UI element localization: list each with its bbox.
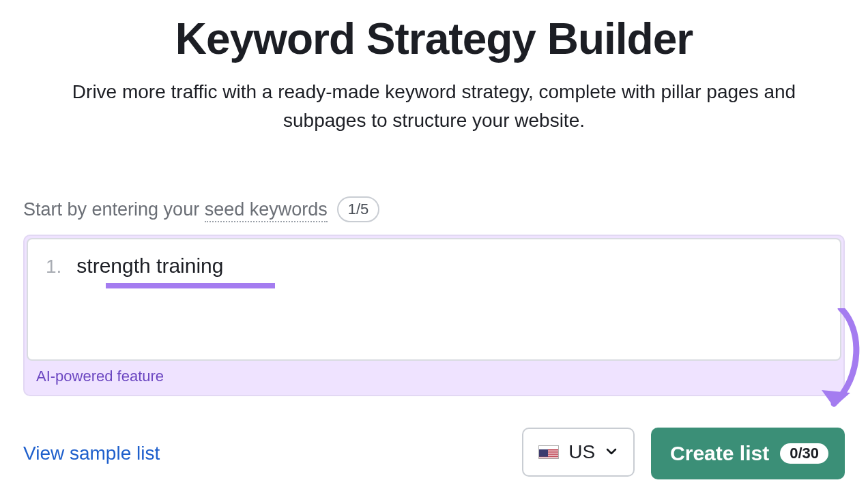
page-subtitle: Drive more traffic with a ready-made key… (23, 78, 845, 135)
country-code: US (568, 441, 595, 463)
keyword-value[interactable]: strength training (76, 254, 223, 280)
keyword-row-number: 1. (46, 256, 61, 278)
page-title: Keyword Strategy Builder (23, 14, 845, 64)
country-select[interactable]: US (522, 428, 635, 477)
keyword-input-container: 1. strength training AI-powered feature (23, 235, 845, 396)
footer-row: View sample list US Create (23, 428, 845, 479)
seed-keywords-label: seed keywords (205, 199, 328, 222)
create-list-count-badge: 0/30 (780, 443, 828, 464)
view-sample-link[interactable]: View sample list (23, 443, 160, 464)
create-list-button[interactable]: Create list 0/30 (651, 428, 845, 479)
ai-feature-caption: AI-powered feature (27, 361, 841, 395)
create-list-label: Create list (670, 442, 769, 465)
seed-count-badge: 1/5 (337, 196, 380, 222)
svg-rect-4 (539, 457, 559, 458)
chevron-down-icon (605, 441, 618, 463)
seed-prompt-prefix: Start by entering your (23, 199, 205, 220)
seed-prompt-row: Start by entering your seed keywords 1/5 (23, 196, 845, 222)
highlight-underline-icon (106, 283, 275, 288)
footer-controls: US Create list 0/30 (522, 428, 845, 479)
us-flag-icon (538, 445, 559, 459)
svg-rect-7 (539, 449, 548, 457)
keyword-input[interactable]: 1. strength training (27, 238, 841, 361)
keyword-row: 1. strength training (46, 254, 822, 280)
